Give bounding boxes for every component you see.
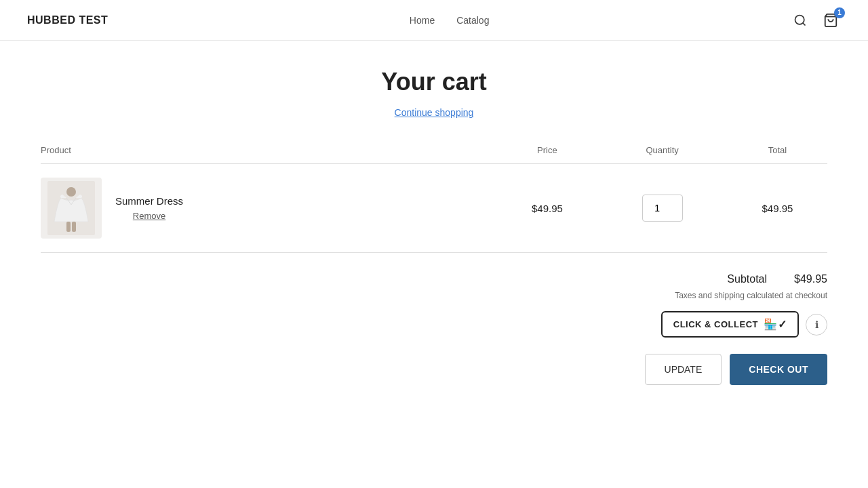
product-name: Summer Dress	[115, 195, 183, 207]
svg-rect-5	[66, 222, 71, 232]
col-header-price: Price	[497, 145, 597, 164]
nav-home[interactable]: Home	[410, 15, 435, 26]
svg-line-1	[803, 22, 806, 25]
collect-row: CLICK & COLLECT 🏪✓ ℹ	[661, 311, 827, 338]
subtotal-value: $49.95	[794, 273, 827, 285]
cart-table: Product Price Quantity Total	[41, 145, 827, 253]
product-thumbnail	[47, 181, 95, 235]
click-collect-button[interactable]: CLICK & COLLECT 🏪✓	[661, 311, 799, 338]
nav-catalog[interactable]: Catalog	[456, 15, 489, 26]
info-icon: ℹ	[815, 319, 818, 330]
cart-button[interactable]: 1	[821, 10, 841, 30]
product-info: Summer Dress Remove	[115, 195, 183, 221]
search-button[interactable]	[791, 11, 810, 30]
site-header: HUBBED TEST Home Catalog 1	[0, 0, 868, 41]
svg-point-4	[66, 187, 76, 197]
cart-summary: Subtotal $49.95 Taxes and shipping calcu…	[41, 273, 827, 385]
table-row: Summer Dress Remove $49.95 $49.95	[41, 164, 827, 253]
update-button[interactable]: UPDATE	[645, 354, 722, 385]
col-header-product: Product	[41, 145, 497, 164]
subtotal-row: Subtotal $49.95	[727, 273, 827, 285]
subtotal-label: Subtotal	[727, 273, 767, 285]
cart-badge: 1	[834, 7, 845, 18]
checkout-button[interactable]: CHECK OUT	[730, 354, 827, 385]
product-cell: Summer Dress Remove	[41, 178, 497, 239]
item-total: $49.95	[728, 164, 827, 253]
remove-button[interactable]: Remove	[115, 211, 183, 221]
col-header-total: Total	[728, 145, 827, 164]
info-button[interactable]: ℹ	[806, 314, 827, 336]
quantity-input[interactable]	[642, 195, 683, 222]
header-icons: 1	[791, 10, 841, 30]
click-collect-label: CLICK & COLLECT	[673, 319, 758, 329]
main-nav: Home Catalog	[410, 15, 490, 26]
continue-shopping-link[interactable]: Continue shopping	[41, 107, 827, 118]
tax-note: Taxes and shipping calculated at checkou…	[675, 291, 827, 300]
svg-rect-6	[72, 222, 76, 232]
action-row: UPDATE CHECK OUT	[645, 354, 827, 385]
search-icon	[793, 14, 807, 27]
svg-point-0	[795, 15, 804, 24]
collect-icon: 🏪✓	[764, 318, 787, 331]
main-content: Your cart Continue shopping Product Pric…	[27, 41, 841, 412]
brand-logo[interactable]: HUBBED TEST	[27, 14, 108, 26]
col-header-quantity: Quantity	[597, 145, 727, 164]
item-price: $49.95	[497, 164, 597, 253]
product-image	[41, 178, 102, 239]
page-title: Your cart	[41, 68, 827, 96]
